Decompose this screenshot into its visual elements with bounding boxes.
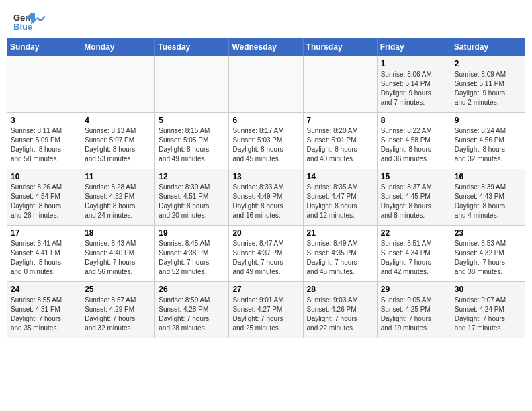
calendar-cell: 24Sunrise: 8:55 AM Sunset: 4:31 PM Dayli… xyxy=(7,282,81,338)
day-number: 1 xyxy=(381,59,447,68)
weekday-header: Sunday xyxy=(7,38,81,56)
day-info: Sunrise: 8:20 AM Sunset: 5:01 PM Dayligh… xyxy=(307,126,373,164)
calendar-cell: 19Sunrise: 8:45 AM Sunset: 4:38 PM Dayli… xyxy=(155,226,229,282)
day-info: Sunrise: 8:15 AM Sunset: 5:05 PM Dayligh… xyxy=(159,126,225,164)
day-info: Sunrise: 8:59 AM Sunset: 4:28 PM Dayligh… xyxy=(159,295,225,333)
calendar-cell: 17Sunrise: 8:41 AM Sunset: 4:41 PM Dayli… xyxy=(7,226,81,282)
day-info: Sunrise: 8:49 AM Sunset: 4:35 PM Dayligh… xyxy=(307,239,373,277)
calendar-cell: 6Sunrise: 8:17 AM Sunset: 5:03 PM Daylig… xyxy=(229,113,303,169)
day-number: 21 xyxy=(307,228,373,238)
day-info: Sunrise: 9:07 AM Sunset: 4:24 PM Dayligh… xyxy=(455,295,521,333)
day-number: 25 xyxy=(85,285,151,294)
day-number: 26 xyxy=(159,285,225,294)
calendar-cell xyxy=(81,56,155,113)
day-info: Sunrise: 8:35 AM Sunset: 4:47 PM Dayligh… xyxy=(307,183,373,220)
calendar-cell: 12Sunrise: 8:30 AM Sunset: 4:51 PM Dayli… xyxy=(155,169,229,226)
calendar-cell: 27Sunrise: 9:01 AM Sunset: 4:27 PM Dayli… xyxy=(229,282,303,338)
day-number: 2 xyxy=(455,59,521,68)
calendar-cell xyxy=(155,56,229,113)
day-number: 7 xyxy=(307,116,373,125)
day-number: 15 xyxy=(381,172,447,181)
calendar-cell: 4Sunrise: 8:13 AM Sunset: 5:07 PM Daylig… xyxy=(81,113,155,169)
calendar-cell: 16Sunrise: 8:39 AM Sunset: 4:43 PM Dayli… xyxy=(451,169,525,226)
day-number: 29 xyxy=(381,285,447,294)
day-info: Sunrise: 8:39 AM Sunset: 4:43 PM Dayligh… xyxy=(455,183,521,220)
calendar-cell: 2Sunrise: 8:09 AM Sunset: 5:11 PM Daylig… xyxy=(451,56,525,113)
calendar-cell: 10Sunrise: 8:26 AM Sunset: 4:54 PM Dayli… xyxy=(7,169,81,226)
svg-text:Blue: Blue xyxy=(13,21,32,31)
calendar-cell: 1Sunrise: 8:06 AM Sunset: 5:14 PM Daylig… xyxy=(377,56,451,113)
day-info: Sunrise: 8:33 AM Sunset: 4:49 PM Dayligh… xyxy=(232,183,299,220)
day-info: Sunrise: 8:17 AM Sunset: 5:03 PM Dayligh… xyxy=(232,126,299,164)
day-info: Sunrise: 8:57 AM Sunset: 4:29 PM Dayligh… xyxy=(85,295,151,333)
day-number: 4 xyxy=(85,116,151,125)
day-info: Sunrise: 8:06 AM Sunset: 5:14 PM Dayligh… xyxy=(381,70,447,107)
day-info: Sunrise: 9:01 AM Sunset: 4:27 PM Dayligh… xyxy=(232,295,299,333)
day-info: Sunrise: 8:55 AM Sunset: 4:31 PM Dayligh… xyxy=(11,295,77,333)
calendar-cell: 14Sunrise: 8:35 AM Sunset: 4:47 PM Dayli… xyxy=(303,169,377,226)
day-info: Sunrise: 8:28 AM Sunset: 4:52 PM Dayligh… xyxy=(85,183,151,220)
day-number: 18 xyxy=(85,228,151,238)
day-info: Sunrise: 8:30 AM Sunset: 4:51 PM Dayligh… xyxy=(159,183,225,220)
day-info: Sunrise: 9:05 AM Sunset: 4:25 PM Dayligh… xyxy=(381,295,447,333)
day-number: 22 xyxy=(381,228,447,238)
weekday-header: Friday xyxy=(377,38,451,56)
calendar-cell: 18Sunrise: 8:43 AM Sunset: 4:40 PM Dayli… xyxy=(81,226,155,282)
weekday-header: Wednesday xyxy=(229,38,303,56)
day-number: 11 xyxy=(85,172,151,181)
calendar-cell: 29Sunrise: 9:05 AM Sunset: 4:25 PM Dayli… xyxy=(377,282,451,338)
day-info: Sunrise: 8:09 AM Sunset: 5:11 PM Dayligh… xyxy=(455,70,521,107)
day-info: Sunrise: 8:11 AM Sunset: 5:09 PM Dayligh… xyxy=(11,126,77,164)
day-number: 20 xyxy=(232,228,299,238)
day-info: Sunrise: 8:43 AM Sunset: 4:40 PM Dayligh… xyxy=(85,239,151,277)
calendar-cell: 8Sunrise: 8:22 AM Sunset: 4:58 PM Daylig… xyxy=(377,113,451,169)
weekday-header: Tuesday xyxy=(155,38,229,56)
day-number: 3 xyxy=(11,116,77,125)
calendar-cell xyxy=(303,56,377,113)
day-number: 27 xyxy=(232,285,299,294)
day-info: Sunrise: 8:22 AM Sunset: 4:58 PM Dayligh… xyxy=(381,126,447,164)
logo-wave-icon xyxy=(31,11,46,26)
calendar-cell: 3Sunrise: 8:11 AM Sunset: 5:09 PM Daylig… xyxy=(7,113,81,169)
calendar-cell: 13Sunrise: 8:33 AM Sunset: 4:49 PM Dayli… xyxy=(229,169,303,226)
calendar-cell: 28Sunrise: 9:03 AM Sunset: 4:26 PM Dayli… xyxy=(303,282,377,338)
day-info: Sunrise: 8:47 AM Sunset: 4:37 PM Dayligh… xyxy=(232,239,299,277)
day-number: 16 xyxy=(455,172,521,181)
calendar-cell: 25Sunrise: 8:57 AM Sunset: 4:29 PM Dayli… xyxy=(81,282,155,338)
logo: General Blue xyxy=(13,12,46,31)
calendar-cell: 22Sunrise: 8:51 AM Sunset: 4:34 PM Dayli… xyxy=(377,226,451,282)
calendar-wrapper: SundayMondayTuesdayWednesdayThursdayFrid… xyxy=(0,38,532,345)
day-info: Sunrise: 8:37 AM Sunset: 4:45 PM Dayligh… xyxy=(381,183,447,220)
day-number: 6 xyxy=(232,116,299,125)
day-number: 9 xyxy=(455,116,521,125)
header: General Blue xyxy=(0,0,532,38)
calendar-cell: 20Sunrise: 8:47 AM Sunset: 4:37 PM Dayli… xyxy=(229,226,303,282)
weekday-header: Saturday xyxy=(451,38,525,56)
calendar-cell xyxy=(7,56,81,113)
calendar-cell: 21Sunrise: 8:49 AM Sunset: 4:35 PM Dayli… xyxy=(303,226,377,282)
day-number: 8 xyxy=(381,116,447,125)
calendar-cell: 11Sunrise: 8:28 AM Sunset: 4:52 PM Dayli… xyxy=(81,169,155,226)
calendar-cell: 5Sunrise: 8:15 AM Sunset: 5:05 PM Daylig… xyxy=(155,113,229,169)
day-number: 19 xyxy=(159,228,225,238)
day-number: 10 xyxy=(11,172,77,181)
day-number: 14 xyxy=(307,172,373,181)
calendar-cell: 30Sunrise: 9:07 AM Sunset: 4:24 PM Dayli… xyxy=(451,282,525,338)
day-info: Sunrise: 8:41 AM Sunset: 4:41 PM Dayligh… xyxy=(11,239,77,277)
calendar-cell: 15Sunrise: 8:37 AM Sunset: 4:45 PM Dayli… xyxy=(377,169,451,226)
calendar-cell: 23Sunrise: 8:53 AM Sunset: 4:32 PM Dayli… xyxy=(451,226,525,282)
day-info: Sunrise: 8:51 AM Sunset: 4:34 PM Dayligh… xyxy=(381,239,447,277)
day-info: Sunrise: 8:13 AM Sunset: 5:07 PM Dayligh… xyxy=(85,126,151,164)
calendar-cell: 7Sunrise: 8:20 AM Sunset: 5:01 PM Daylig… xyxy=(303,113,377,169)
calendar-cell xyxy=(229,56,303,113)
weekday-header: Thursday xyxy=(303,38,377,56)
calendar-cell: 26Sunrise: 8:59 AM Sunset: 4:28 PM Dayli… xyxy=(155,282,229,338)
day-info: Sunrise: 8:24 AM Sunset: 4:56 PM Dayligh… xyxy=(455,126,521,164)
day-number: 12 xyxy=(159,172,225,181)
day-info: Sunrise: 9:03 AM Sunset: 4:26 PM Dayligh… xyxy=(307,295,373,333)
day-number: 30 xyxy=(455,285,521,294)
day-number: 5 xyxy=(159,116,225,125)
day-number: 17 xyxy=(11,228,77,238)
day-number: 28 xyxy=(307,285,373,294)
day-number: 13 xyxy=(232,172,299,181)
